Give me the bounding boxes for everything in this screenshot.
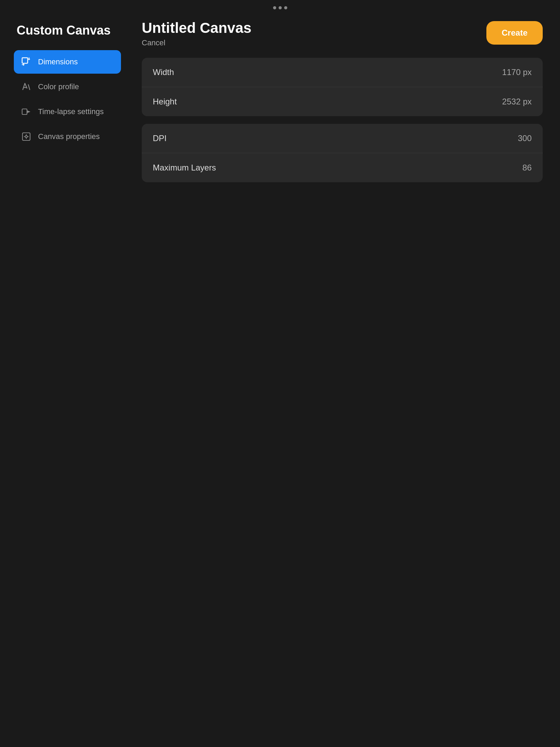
status-dots xyxy=(273,6,287,9)
content-header: Untitled Canvas Cancel Create xyxy=(142,20,543,47)
max-layers-value: 86 xyxy=(522,163,532,173)
width-value: 1170 px xyxy=(502,67,532,77)
sidebar-item-color-profile[interactable]: Color profile xyxy=(14,75,121,99)
dpi-label: DPI xyxy=(153,133,167,143)
max-layers-label: Maximum Layers xyxy=(153,163,216,173)
height-value: 2532 px xyxy=(502,97,532,107)
color-profile-icon xyxy=(21,81,32,92)
svg-marker-2 xyxy=(27,110,30,113)
dpi-settings-group: DPI 300 Maximum Layers 86 xyxy=(142,124,543,182)
sidebar-item-color-profile-label: Color profile xyxy=(38,82,79,91)
dpi-value: 300 xyxy=(518,133,532,143)
width-label: Width xyxy=(153,67,174,77)
sidebar-item-timelapse[interactable]: Time-lapse settings xyxy=(14,100,121,123)
max-layers-row[interactable]: Maximum Layers 86 xyxy=(142,153,543,182)
top-bar xyxy=(0,0,560,13)
dot-1 xyxy=(273,6,276,9)
sidebar-item-canvas-properties[interactable]: Canvas properties xyxy=(14,125,121,148)
sidebar-item-timelapse-label: Time-lapse settings xyxy=(38,107,104,116)
svg-rect-1 xyxy=(22,109,27,114)
size-settings-group: Width 1170 px Height 2532 px xyxy=(142,58,543,116)
cancel-link[interactable]: Cancel xyxy=(142,38,251,47)
canvas-properties-icon xyxy=(21,131,32,142)
dot-2 xyxy=(279,6,282,9)
content-area: Untitled Canvas Cancel Create Width 1170… xyxy=(121,20,560,190)
timelapse-icon xyxy=(21,106,32,117)
height-label: Height xyxy=(153,97,177,107)
create-button[interactable]: Create xyxy=(486,21,543,45)
height-row[interactable]: Height 2532 px xyxy=(142,87,543,116)
sidebar-item-dimensions-label: Dimensions xyxy=(38,57,78,66)
svg-rect-0 xyxy=(22,58,28,63)
dpi-row[interactable]: DPI 300 xyxy=(142,124,543,153)
sidebar: Custom Canvas Dimensions Color profile xyxy=(14,20,121,190)
content-title-group: Untitled Canvas Cancel xyxy=(142,20,251,47)
dimensions-icon xyxy=(21,56,32,67)
main-layout: Custom Canvas Dimensions Color profile xyxy=(0,13,560,190)
width-row[interactable]: Width 1170 px xyxy=(142,58,543,87)
dot-3 xyxy=(284,6,287,9)
sidebar-item-dimensions[interactable]: Dimensions xyxy=(14,50,121,74)
sidebar-title: Custom Canvas xyxy=(14,23,121,38)
content-title: Untitled Canvas xyxy=(142,20,251,36)
svg-rect-3 xyxy=(22,133,30,140)
sidebar-item-canvas-properties-label: Canvas properties xyxy=(38,132,100,141)
